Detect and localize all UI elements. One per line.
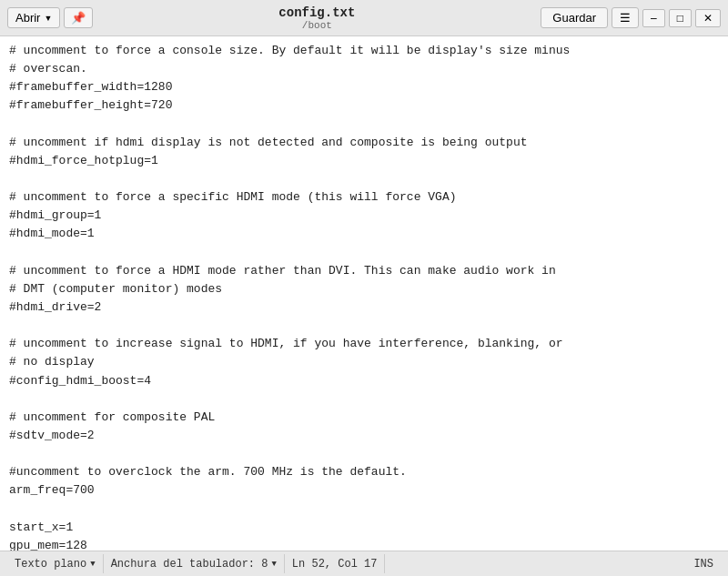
editor-line: #uncomment to overclock the arm. 700 MHz… <box>9 465 407 479</box>
editor-line: #sdtv_mode=2 <box>9 429 95 442</box>
titlebar: Abrir ▼ 📌 config.txt /boot Guardar ☰ – □… <box>0 0 728 36</box>
minimize-button[interactable]: – <box>642 9 665 27</box>
editor-area[interactable]: # uncomment to force a console size. By … <box>0 36 728 551</box>
abrir-button[interactable]: Abrir ▼ <box>7 7 60 28</box>
editor-line: #hdmi_mode=1 <box>9 227 95 240</box>
titlebar-right: Guardar ☰ – □ ✕ <box>541 7 721 28</box>
maximize-button[interactable]: □ <box>669 9 692 27</box>
editor-line: #framebuffer_height=720 <box>9 98 172 112</box>
titlebar-left: Abrir ▼ 📌 <box>7 7 93 28</box>
pin-icon: 📌 <box>71 11 86 25</box>
editor-line: # uncomment if hdmi display is not detec… <box>9 136 528 149</box>
editor-line: arm_freq=700 <box>9 483 95 497</box>
position-label: Ln 52, Col 17 <box>292 558 378 571</box>
editor-line: # uncomment for composite PAL <box>9 410 215 424</box>
editor-line: # overscan. <box>9 62 87 76</box>
insert-section: INS <box>686 554 721 573</box>
text-type-chevron-icon: ▼ <box>90 560 95 569</box>
editor-line: #hdmi_drive=2 <box>9 300 101 314</box>
tab-width-label: Anchura del tabulador: 8 <box>111 558 268 571</box>
close-button[interactable]: ✕ <box>695 9 721 27</box>
editor-line: # uncomment to increase signal to HDMI, … <box>9 337 563 350</box>
editor-line: # DMT (computer monitor) modes <box>9 282 222 296</box>
statusbar: Texto plano ▼ Anchura del tabulador: 8 ▼… <box>0 551 728 576</box>
hamburger-icon: ☰ <box>620 11 631 25</box>
hamburger-button[interactable]: ☰ <box>612 7 639 28</box>
editor-line: # uncomment to force a HDMI mode rather … <box>9 264 556 278</box>
titlebar-center: config.txt /boot <box>93 5 541 31</box>
insert-label: INS <box>693 558 713 571</box>
save-button[interactable]: Guardar <box>541 7 608 28</box>
editor-line: # uncomment to force a console size. By … <box>9 44 570 57</box>
editor-line: start_x=1 <box>9 520 73 534</box>
filepath-label: /boot <box>93 20 541 31</box>
editor-line: #hdmi_group=1 <box>9 208 101 222</box>
editor-line: #framebuffer_width=1280 <box>9 80 172 94</box>
abrir-label: Abrir <box>15 11 40 25</box>
editor-line: #config_hdmi_boost=4 <box>9 374 151 388</box>
filename-label: config.txt <box>93 5 541 20</box>
editor-line: gpu_mem=128 <box>9 539 87 551</box>
pin-button[interactable]: 📌 <box>64 7 93 28</box>
position-section: Ln 52, Col 17 <box>285 554 386 573</box>
tab-width-chevron-icon: ▼ <box>271 560 276 569</box>
text-type-section[interactable]: Texto plano ▼ <box>7 554 104 573</box>
editor-line: #hdmi_force_hotplug=1 <box>9 154 158 167</box>
editor-line: # no display <box>9 355 95 369</box>
tab-width-section[interactable]: Anchura del tabulador: 8 ▼ <box>104 554 285 573</box>
text-type-label: Texto plano <box>15 558 86 571</box>
abrir-chevron-icon: ▼ <box>44 14 52 23</box>
editor-line: # uncomment to force a specific HDMI mod… <box>9 190 456 204</box>
